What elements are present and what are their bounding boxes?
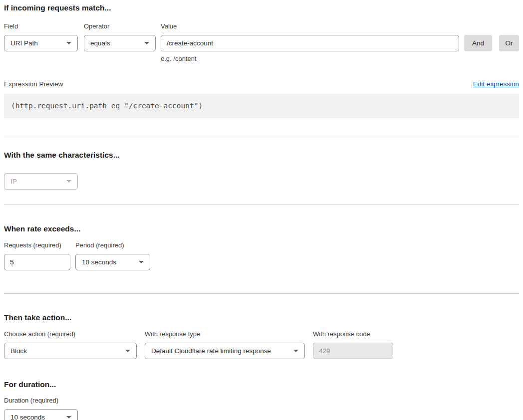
rate-limiting-rule-form: If incoming requests match... Field URI … — [0, 0, 523, 420]
value-input[interactable] — [161, 35, 459, 51]
or-button[interactable]: Or — [499, 35, 519, 51]
period-label: Period (required) — [75, 241, 150, 249]
requests-label: Requests (required) — [4, 241, 70, 249]
response-type-select[interactable]: Default Cloudflare rate limiting respons… — [145, 343, 305, 359]
rate-fields-row: Requests (required) Period (required) 10… — [4, 241, 519, 270]
duration-section-title: For duration... — [4, 380, 519, 389]
duration-select-value: 10 seconds — [10, 414, 45, 420]
response-type-label: With response type — [145, 330, 305, 338]
choose-action-select[interactable]: Block — [4, 343, 137, 359]
chevron-down-icon — [66, 42, 71, 44]
field-label: Field — [4, 22, 78, 30]
value-helper-text: e.g. /content — [161, 55, 459, 62]
duration-select[interactable]: 10 seconds — [4, 409, 78, 420]
duration-label: Duration (required) — [4, 397, 78, 404]
requests-input[interactable] — [4, 254, 70, 270]
choose-action-label: Choose action (required) — [4, 330, 137, 338]
expression-preview-code: (http.request.uri.path eq "/create-accou… — [4, 94, 519, 118]
characteristic-select[interactable]: IP — [4, 173, 78, 190]
match-fields-row: Field URI Path Operator equals Value e.g… — [4, 22, 519, 62]
edit-expression-link[interactable]: Edit expression — [473, 80, 519, 88]
field-select[interactable]: URI Path — [4, 35, 78, 51]
action-fields-row: Choose action (required) Block With resp… — [4, 330, 519, 359]
value-label: Value — [161, 22, 459, 30]
and-button[interactable]: And — [464, 35, 492, 51]
chevron-down-icon — [139, 261, 144, 263]
action-section-title: Then take action... — [4, 313, 519, 322]
period-select-value: 10 seconds — [82, 258, 116, 266]
field-select-value: URI Path — [10, 39, 38, 47]
operator-label: Operator — [84, 22, 156, 30]
response-code-label: With response code — [313, 330, 393, 338]
rate-section-title: When rate exceeds... — [4, 224, 519, 233]
response-type-select-value: Default Cloudflare rate limiting respons… — [151, 347, 271, 355]
response-code-input — [313, 343, 393, 359]
chevron-down-icon — [66, 180, 71, 183]
characteristics-section-title: With the same characteristics... — [4, 151, 519, 160]
expression-preview-label: Expression Preview — [4, 80, 63, 88]
choose-action-select-value: Block — [10, 347, 27, 355]
duration-fields-row: Duration (required) 10 seconds — [4, 397, 519, 420]
chevron-down-icon — [125, 350, 130, 352]
section-divider — [4, 293, 519, 294]
period-select[interactable]: 10 seconds — [75, 254, 150, 270]
chevron-down-icon — [144, 42, 149, 44]
chevron-down-icon — [293, 350, 298, 352]
characteristic-select-value: IP — [10, 178, 17, 185]
section-divider — [4, 205, 519, 205]
section-divider — [4, 136, 519, 136]
operator-select-value: equals — [90, 39, 110, 47]
operator-select[interactable]: equals — [84, 35, 156, 51]
match-section-title: If incoming requests match... — [4, 3, 519, 12]
chevron-down-icon — [66, 416, 71, 419]
expression-preview-header: Expression Preview Edit expression — [4, 80, 519, 88]
